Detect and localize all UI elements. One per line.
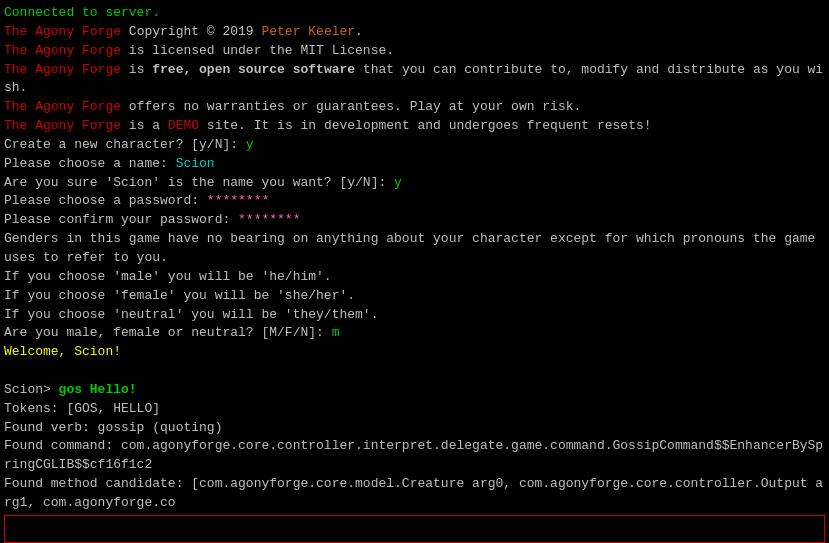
terminal-line: Tokens: [GOS, HELLO]: [4, 400, 825, 419]
terminal-line: Found verb: gossip (quoting): [4, 419, 825, 438]
terminal-line: Please confirm your password: ********: [4, 211, 825, 230]
terminal-line: The Agony Forge is a DEMO site. It is in…: [4, 117, 825, 136]
terminal-line: If you choose 'female' you will be 'she/…: [4, 287, 825, 306]
terminal-line: The Agony Forge is free, open source sof…: [4, 61, 825, 99]
terminal-line: Please choose a name: Scion: [4, 155, 825, 174]
terminal-line: Are you male, female or neutral? [M/F/N]…: [4, 324, 825, 343]
terminal-line: Are you sure 'Scion' is the name you wan…: [4, 174, 825, 193]
terminal-line: Connected to server.: [4, 4, 825, 23]
command-input[interactable]: [9, 522, 820, 537]
terminal-output: Connected to server.The Agony Forge Copy…: [4, 4, 825, 513]
terminal-line: If you choose 'neutral' you will be 'the…: [4, 306, 825, 325]
terminal-line: Please choose a password: ********: [4, 192, 825, 211]
terminal-line: If you choose 'male' you will be 'he/him…: [4, 268, 825, 287]
terminal-line: Genders in this game have no bearing on …: [4, 230, 825, 268]
terminal-line: The Agony Forge is licensed under the MI…: [4, 42, 825, 61]
terminal-line: The Agony Forge Copyright © 2019 Peter K…: [4, 23, 825, 42]
terminal-line: Scion> gos Hello!: [4, 381, 825, 400]
terminal-line: Found command: com.agonyforge.core.contr…: [4, 437, 825, 475]
terminal-line: [4, 362, 825, 381]
input-area[interactable]: [4, 515, 825, 543]
terminal: Connected to server.The Agony Forge Copy…: [0, 0, 829, 543]
terminal-line: Found method candidate: [com.agonyforge.…: [4, 475, 825, 513]
terminal-line: Welcome, Scion!: [4, 343, 825, 362]
terminal-line: The Agony Forge offers no warranties or …: [4, 98, 825, 117]
terminal-line: Create a new character? [y/N]: y: [4, 136, 825, 155]
